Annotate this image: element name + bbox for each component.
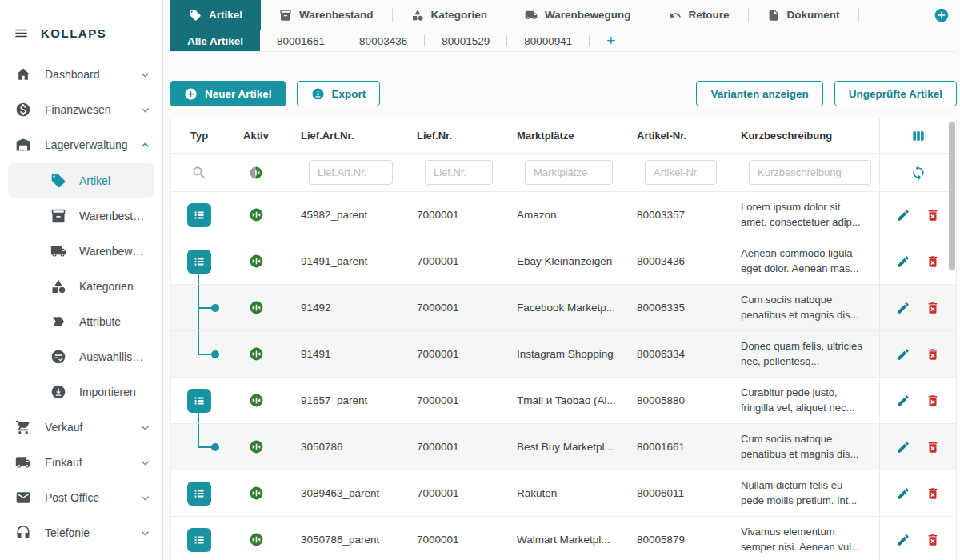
variant-list-button[interactable]: [187, 528, 211, 552]
table-row[interactable]: 3089463_parent 7000001 Rakuten 80006011 …: [171, 470, 956, 517]
table-row[interactable]: 91492 7000001 Facebook Marketp... 800063…: [171, 285, 956, 331]
table-row[interactable]: 91657_parent 7000001 Tmall и Taobao (Al.…: [171, 378, 956, 424]
unchecked-articles-button[interactable]: Ungeprüfte Artikel: [834, 81, 957, 106]
add-article-subtab-button[interactable]: +: [590, 30, 632, 51]
tab-warenbewegung[interactable]: Warenbewegung: [506, 0, 650, 30]
edit-button[interactable]: [896, 533, 910, 547]
variant-list-button[interactable]: [187, 203, 211, 227]
sidebar-item-attribute[interactable]: Attribute: [8, 304, 154, 338]
sidebar-item-artikel[interactable]: Artikel: [8, 163, 154, 198]
trash-icon: [926, 486, 940, 501]
sidebar-item-warenbestand[interactable]: Warenbestand: [8, 198, 154, 233]
table-row[interactable]: 45982_parent 7000001 Amazon 80003357 Lor…: [171, 192, 956, 238]
list-icon: [191, 393, 207, 409]
subtab-article[interactable]: 80003436: [342, 30, 424, 51]
new-article-button[interactable]: Neuer Artikel: [170, 81, 286, 106]
cart-icon: [15, 419, 31, 435]
sidebar-item-telefonie[interactable]: Telefonie: [0, 515, 162, 550]
lief-art-nr-cell: 91491_parent: [285, 255, 401, 267]
sidebar-item-importieren[interactable]: Importieren: [8, 374, 154, 409]
sidebar-item-lagerverwaltung[interactable]: Lagerverwaltung: [0, 127, 162, 162]
sidebar-item-dashboard[interactable]: Dashboard: [0, 57, 162, 92]
lief-art-nr-filter-input[interactable]: [309, 160, 393, 185]
column-header-lief-art-nr[interactable]: Lief.Art.Nr.: [285, 130, 401, 142]
table-row[interactable]: 3050786_parent 7000001 Walmart Marketpl.…: [171, 517, 956, 560]
delete-button[interactable]: [926, 440, 940, 454]
show-variants-button[interactable]: Varianten anzeigen: [696, 81, 822, 106]
edit-button[interactable]: [896, 486, 910, 501]
active-filter-toggle-icon[interactable]: [249, 166, 263, 180]
table-row[interactable]: 91491 7000001 Instagram Shopping 8000633…: [171, 331, 956, 378]
tree-connector: [198, 331, 199, 354]
tree-node-dot: [211, 443, 219, 451]
table-row[interactable]: 91491_parent 7000001 Ebay Kleinanzeigen …: [171, 238, 956, 285]
edit-button[interactable]: [896, 301, 910, 315]
subtab-alle-artikel[interactable]: Alle Artikel: [170, 30, 260, 51]
marktplatz-cell: Rakuten: [501, 487, 621, 499]
lief-nr-filter-input[interactable]: [425, 160, 493, 185]
active-status-icon: [249, 393, 264, 408]
sidebar-item-verkauf[interactable]: Verkauf: [0, 410, 162, 445]
search-icon[interactable]: [191, 165, 207, 181]
edit-button[interactable]: [896, 440, 910, 454]
table-scrollbar[interactable]: [949, 122, 955, 270]
sidebar-item-auswahllisten[interactable]: Auswahllisten: [8, 339, 154, 374]
delete-button[interactable]: [926, 486, 940, 501]
columns-icon[interactable]: [910, 128, 926, 144]
artikel-nr-cell: 80006011: [621, 487, 725, 499]
tab-kategorien[interactable]: Kategorien: [393, 0, 506, 30]
module-tabbar: Artikel Warenbestand Kategorien Warenbew…: [170, 0, 957, 30]
sidebar-item-kategorien[interactable]: Kategorien: [8, 269, 154, 303]
edit-button[interactable]: [896, 347, 910, 362]
delete-button[interactable]: [926, 254, 940, 269]
truck-icon: [525, 9, 538, 22]
sidebar-item-warenbewegung[interactable]: Warenbewegung: [8, 234, 154, 268]
edit-button[interactable]: [896, 394, 910, 408]
subtab-article[interactable]: 80001529: [425, 30, 506, 51]
mail-icon: [15, 490, 31, 506]
subtab-article[interactable]: 80000941: [507, 30, 589, 51]
edit-button[interactable]: [896, 208, 910, 222]
sidebar-item-einkauf[interactable]: Einkauf: [0, 445, 162, 480]
variant-list-button[interactable]: [187, 250, 211, 274]
sidebar-item-post-office[interactable]: Post Office: [0, 480, 162, 515]
tab-dokument[interactable]: Dokument: [749, 0, 858, 30]
delete-button[interactable]: [926, 533, 940, 547]
column-header-marktplaetze[interactable]: Marktplätze: [501, 130, 621, 142]
variant-list-button[interactable]: [187, 482, 211, 506]
delete-button[interactable]: [926, 394, 940, 408]
kurzbeschreibung-filter-input[interactable]: [749, 160, 871, 185]
tag-icon: [50, 173, 66, 189]
tab-warenbestand[interactable]: Warenbestand: [261, 0, 392, 30]
artikel-nr-filter-input[interactable]: [645, 160, 717, 185]
finance-icon: [15, 102, 31, 118]
tab-retoure[interactable]: Retoure: [650, 0, 748, 30]
tab-artikel[interactable]: Artikel: [170, 0, 261, 30]
table-row[interactable]: 3050786 7000001 Best Buy Marketpl... 800…: [171, 424, 956, 470]
lief-nr-cell: 7000001: [401, 348, 501, 360]
column-header-kurzbeschreibung[interactable]: Kurzbeschreibung: [725, 130, 879, 142]
column-header-artikel-nr[interactable]: Artikel-Nr.: [621, 130, 725, 142]
subtab-article[interactable]: 80001661: [260, 30, 342, 51]
delete-button[interactable]: [926, 301, 940, 315]
truck-icon: [15, 454, 31, 470]
hamburger-menu-icon[interactable]: [14, 26, 29, 41]
delete-button[interactable]: [926, 208, 940, 222]
variant-list-button[interactable]: [187, 389, 211, 413]
export-button[interactable]: Export: [297, 81, 381, 106]
marktplatz-cell: Tmall и Taobao (Al...: [501, 394, 621, 406]
delete-button[interactable]: [926, 347, 940, 362]
edit-button[interactable]: [896, 254, 910, 269]
pencil-icon: [896, 394, 910, 408]
column-header-typ[interactable]: Typ: [171, 130, 227, 142]
marktplatz-cell: Best Buy Marketpl...: [501, 441, 621, 453]
artikel-nr-cell: 80003357: [621, 209, 725, 221]
column-settings-cell: [879, 118, 956, 153]
column-header-aktiv[interactable]: Aktiv: [227, 130, 285, 142]
sidebar-item-finanzwesen[interactable]: Finanzwesen: [0, 92, 162, 127]
add-tab-button[interactable]: [934, 7, 950, 23]
marktplaetze-filter-input[interactable]: [525, 160, 613, 185]
table-header-row: Typ Aktiv Lief.Art.Nr. Lief.Nr. Marktplä…: [171, 118, 956, 154]
refresh-icon[interactable]: [910, 165, 926, 181]
column-header-lief-nr[interactable]: Lief.Nr.: [401, 130, 501, 142]
